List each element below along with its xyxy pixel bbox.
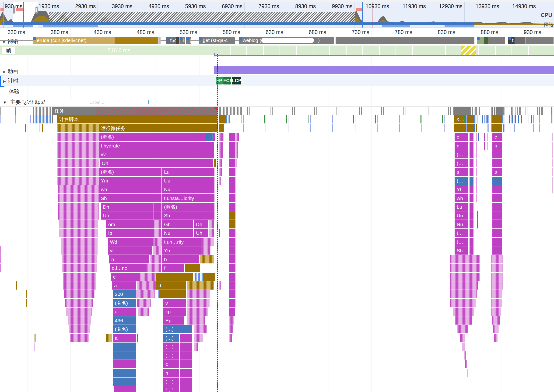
flame-frame-slice[interactable] [294, 107, 295, 115]
flame-frame-slice[interactable] [146, 264, 161, 272]
flame-frame-slice[interactable] [63, 273, 96, 281]
flame-frame-slice[interactable] [99, 159, 99, 167]
flame-frame[interactable]: (… [455, 159, 468, 167]
flame-frame-slice[interactable] [474, 115, 477, 123]
flame-frame-slice[interactable] [69, 325, 90, 333]
flame-frame-slice[interactable] [113, 343, 136, 351]
flame-frame-slice[interactable] [219, 168, 222, 176]
flame-frame[interactable]: v [163, 299, 186, 307]
flame-frame[interactable]: o.l…nc [110, 264, 146, 272]
flame-frame-slice[interactable] [303, 203, 303, 211]
flame-frame-slice[interactable] [491, 273, 503, 281]
flame-frame-slice[interactable] [26, 299, 27, 307]
flame-frame-slice[interactable] [0, 246, 1, 255]
flame-frame-slice[interactable] [377, 124, 378, 132]
flame-frame-slice[interactable] [0, 255, 1, 263]
flame-frame-slice[interactable] [552, 177, 553, 185]
flame-frame-slice[interactable] [242, 115, 242, 123]
flame-frame-slice[interactable] [492, 246, 502, 255]
flame-frame-slice[interactable] [229, 246, 235, 255]
flame-frame-slice[interactable] [470, 229, 473, 237]
flame-frame-slice[interactable] [194, 343, 198, 351]
flame-frame-slice[interactable] [482, 115, 483, 123]
flame-frame-slice[interactable] [526, 107, 527, 115]
flame-frame-slice[interactable] [512, 115, 513, 123]
flame-frame-slice[interactable] [487, 142, 488, 150]
flame-frame-slice[interactable] [488, 115, 489, 123]
flame-frame-slice[interactable] [533, 115, 534, 123]
flame-frame-slice[interactable] [243, 115, 244, 123]
flame-frame[interactable]: (匿名) [162, 203, 214, 211]
flame-frame-slice[interactable] [63, 281, 96, 290]
experience-track-label[interactable]: 体验 [9, 88, 20, 95]
flame-frame-slice[interactable] [470, 107, 472, 115]
network-request-bar[interactable] [158, 37, 161, 44]
chevron-right-icon[interactable]: ▶ [3, 79, 6, 84]
flame-frame-slice[interactable] [552, 168, 553, 176]
flame-frame-slice[interactable] [551, 115, 553, 123]
flame-frame-slice[interactable] [114, 386, 136, 392]
flame-frame-slice[interactable] [475, 107, 480, 115]
network-request-bar[interactable] [336, 37, 474, 44]
flame-frame-slice[interactable] [477, 211, 478, 220]
animations-track[interactable]: ▶动画 [0, 65, 554, 75]
flame-frame-slice[interactable] [219, 281, 221, 290]
flame-frame-slice[interactable] [194, 334, 203, 342]
flame-frame[interactable]: Nu [162, 185, 214, 193]
flame-frame-slice[interactable] [492, 177, 502, 185]
flame-frame-slice[interactable] [67, 308, 92, 316]
flame-frame-slice[interactable] [39, 124, 39, 132]
flame-frame-slice[interactable] [310, 124, 311, 132]
network-request-bar[interactable]: weblog (a) [239, 37, 334, 44]
flame-frame[interactable]: 计算脚本 [57, 115, 217, 123]
flame-frame-slice[interactable] [229, 264, 235, 272]
flame-frame-slice[interactable] [533, 124, 534, 132]
flame-frame-slice[interactable] [426, 107, 427, 115]
flame-frame[interactable]: (匿名) [99, 133, 206, 141]
flame-frame-slice[interactable] [493, 107, 494, 115]
flame-frame[interactable]: (匿名) [113, 325, 136, 333]
flame-frame-slice[interactable] [528, 115, 529, 123]
flame-frame-slice[interactable] [470, 142, 473, 150]
flame-frame-slice[interactable] [355, 124, 355, 132]
flame-frame-slice[interactable] [484, 133, 485, 141]
flame-frame-slice[interactable] [552, 142, 553, 150]
flame-frame-slice[interactable] [303, 133, 303, 141]
flame-frame-slice[interactable] [266, 115, 266, 123]
flame-frame-slice[interactable] [399, 124, 400, 132]
flame-frame-slice[interactable] [477, 220, 478, 228]
flame-frame-slice[interactable] [229, 308, 235, 316]
flame-frame[interactable]: X… [454, 115, 474, 123]
flame-frame[interactable]: n [492, 142, 502, 150]
flame-frame-slice[interactable] [201, 238, 214, 246]
flame-frame-slice[interactable] [209, 229, 214, 237]
flame-frame-slice[interactable] [474, 124, 475, 132]
flame-frame-slice[interactable] [57, 150, 99, 158]
flame-frame-slice[interactable] [403, 107, 405, 115]
flame-frame-slice[interactable] [153, 246, 161, 255]
flame-frame-slice[interactable] [303, 273, 303, 281]
flame-frame-slice[interactable] [331, 115, 331, 123]
flame-frame-slice[interactable] [185, 264, 200, 272]
flame-frame[interactable]: (… [455, 177, 468, 185]
flame-frame[interactable]: Yh [162, 246, 201, 255]
flame-frame-slice[interactable] [68, 316, 91, 325]
flame-frame-slice[interactable] [229, 316, 234, 325]
flame-frame-slice[interactable] [229, 211, 235, 220]
flame-frame-slice[interactable] [180, 386, 192, 392]
network-request-bar[interactable] [115, 37, 158, 44]
flame-frame-slice[interactable] [494, 334, 498, 342]
network-track[interactable]: ▶网络 eruda (cdn.jsdelivr.net)f5c.ingget (… [0, 36, 554, 45]
flame-frame-slice[interactable] [511, 115, 511, 123]
flame-frame-slice[interactable] [303, 211, 303, 220]
flame-frame-slice[interactable] [303, 264, 303, 272]
flame-frame-slice[interactable] [470, 133, 473, 141]
flame-frame-slice[interactable] [491, 255, 503, 263]
network-request-bar[interactable] [484, 37, 488, 44]
flame-frame-slice[interactable] [158, 290, 159, 298]
flame-frame-slice[interactable] [30, 115, 31, 123]
flame-frame-slice[interactable] [229, 185, 235, 193]
flame-frame-slice[interactable] [154, 211, 161, 220]
flame-frame[interactable]: om [106, 220, 154, 228]
flame-frame-slice[interactable] [113, 351, 136, 360]
